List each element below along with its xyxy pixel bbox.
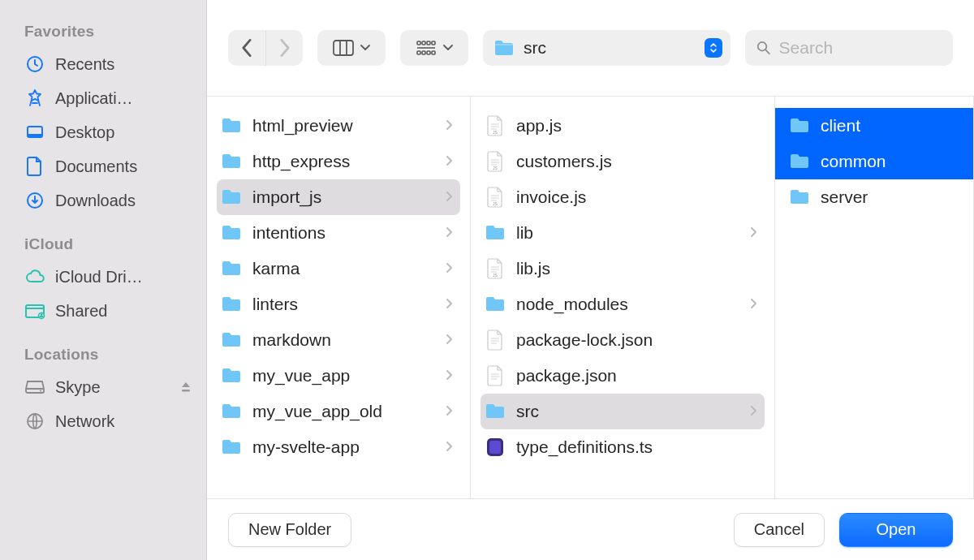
svg-rect-16	[432, 41, 435, 45]
chevron-right-icon	[444, 298, 454, 311]
folder-row[interactable]: linters	[217, 286, 460, 322]
item-name: markdown	[252, 330, 434, 350]
folder-row[interactable]: server	[785, 179, 963, 215]
file-row[interactable]: package-lock.json	[481, 322, 765, 358]
chevron-right-icon	[444, 405, 454, 418]
svg-rect-18	[417, 51, 420, 54]
folder-row[interactable]: markdown	[217, 322, 460, 358]
columns-icon	[333, 40, 354, 56]
chevron-right-icon	[444, 119, 454, 132]
folder-row[interactable]: my_vue_app_old	[217, 394, 460, 429]
sidebar-header: Favorites	[24, 11, 195, 47]
columns-browser: html_previewhttp_expressimport_jsintenti…	[207, 96, 974, 498]
sidebar: FavoritesRecentsApplicati…DesktopDocumen…	[0, 0, 207, 560]
sidebar-item[interactable]: Skype	[24, 370, 195, 404]
grouping-button[interactable]	[400, 30, 468, 66]
apps-icon	[24, 88, 45, 109]
folder-popup-title: src	[524, 38, 696, 58]
item-name: my_vue_app	[252, 366, 434, 386]
item-name: package-lock.json	[516, 330, 758, 350]
sidebar-item-label: Documents	[55, 157, 137, 176]
folder-icon	[220, 114, 243, 137]
item-name: src	[516, 402, 739, 421]
item-name: type_definitions.ts	[516, 437, 758, 457]
folder-icon	[220, 400, 243, 423]
sidebar-item[interactable]: Shared	[24, 294, 195, 328]
folder-popup[interactable]: src	[483, 30, 730, 66]
item-name: customers.js	[516, 152, 758, 171]
folder-icon	[484, 400, 506, 423]
open-button[interactable]: Open	[839, 513, 953, 547]
cloud-icon	[24, 266, 45, 287]
svg-point-22	[758, 42, 767, 51]
item-name: package.json	[516, 366, 758, 386]
item-name: my_vue_app_old	[252, 402, 434, 421]
js-file-icon: JS	[484, 257, 506, 280]
folder-icon	[220, 257, 243, 280]
item-name: invoice.js	[516, 187, 758, 207]
search-field[interactable]	[745, 30, 953, 66]
sidebar-item-label: Applicati…	[55, 89, 133, 108]
folder-row[interactable]: common	[775, 144, 973, 179]
item-name: server	[821, 187, 957, 207]
chevron-right-icon	[748, 405, 758, 418]
folder-icon	[220, 150, 243, 173]
svg-rect-8	[182, 390, 190, 392]
file-row[interactable]: type_definitions.ts	[481, 429, 765, 465]
chevron-right-icon	[444, 191, 454, 204]
new-folder-button[interactable]: New Folder	[228, 513, 351, 547]
cancel-button[interactable]: Cancel	[734, 513, 825, 547]
sidebar-item[interactable]: iCloud Dri…	[24, 260, 195, 294]
folder-icon	[220, 222, 243, 244]
file-row[interactable]: JSapp.js	[481, 108, 765, 144]
js-file-icon: JS	[484, 114, 506, 137]
file-row[interactable]: JSinvoice.js	[481, 179, 765, 215]
ts-file-icon	[484, 436, 506, 459]
sidebar-item[interactable]: Documents	[24, 149, 195, 183]
folder-row[interactable]: karma	[217, 251, 460, 286]
eject-icon[interactable]	[177, 378, 195, 396]
sidebar-item-label: Recents	[55, 55, 114, 74]
column-1[interactable]: html_previewhttp_expressimport_jsintenti…	[207, 97, 471, 498]
folder-icon	[484, 293, 506, 316]
folder-row[interactable]: html_preview	[217, 108, 460, 144]
chevron-right-icon	[444, 262, 454, 275]
item-name: lib	[516, 223, 739, 243]
view-columns-button[interactable]	[317, 30, 386, 66]
js-file-icon: JS	[484, 186, 506, 209]
svg-rect-15	[427, 41, 430, 45]
folder-row[interactable]: lib	[481, 215, 765, 251]
chevron-down-icon	[360, 45, 370, 51]
sidebar-item-label: Skype	[55, 378, 101, 397]
file-row[interactable]: JSlib.js	[481, 251, 765, 286]
folder-row[interactable]: http_express	[217, 144, 460, 179]
file-row[interactable]: package.json	[481, 358, 765, 394]
back-button[interactable]	[228, 30, 265, 66]
file-row[interactable]: JScustomers.js	[481, 144, 765, 179]
sidebar-item[interactable]: Desktop	[24, 115, 195, 149]
folder-row[interactable]: src	[481, 394, 765, 429]
folder-row[interactable]: client	[775, 108, 973, 144]
clock-icon	[24, 54, 45, 75]
folder-row[interactable]: intentions	[217, 215, 460, 251]
disk-icon	[24, 377, 45, 398]
folder-row[interactable]: my-svelte-app	[217, 429, 460, 465]
download-icon	[24, 190, 45, 211]
folder-row[interactable]: node_modules	[481, 286, 765, 322]
svg-rect-20	[427, 51, 430, 54]
chevron-right-icon	[444, 441, 454, 454]
folder-row[interactable]: import_js	[217, 179, 460, 215]
sidebar-item[interactable]: Network	[24, 404, 195, 438]
network-icon	[24, 411, 45, 432]
column-3[interactable]: clientcommonserver	[775, 97, 974, 498]
search-input[interactable]	[779, 38, 942, 58]
sidebar-item[interactable]: Applicati…	[24, 81, 195, 115]
sidebar-item[interactable]: Downloads	[24, 183, 195, 218]
sidebar-item[interactable]: Recents	[24, 47, 195, 81]
column-2[interactable]: JSapp.jsJScustomers.jsJSinvoice.jslibJSl…	[471, 97, 775, 498]
svg-rect-21	[432, 51, 435, 54]
folder-icon	[220, 186, 243, 209]
forward-button[interactable]	[265, 30, 303, 66]
footer: New Folder Cancel Open	[207, 498, 974, 560]
folder-row[interactable]: my_vue_app	[217, 358, 460, 394]
